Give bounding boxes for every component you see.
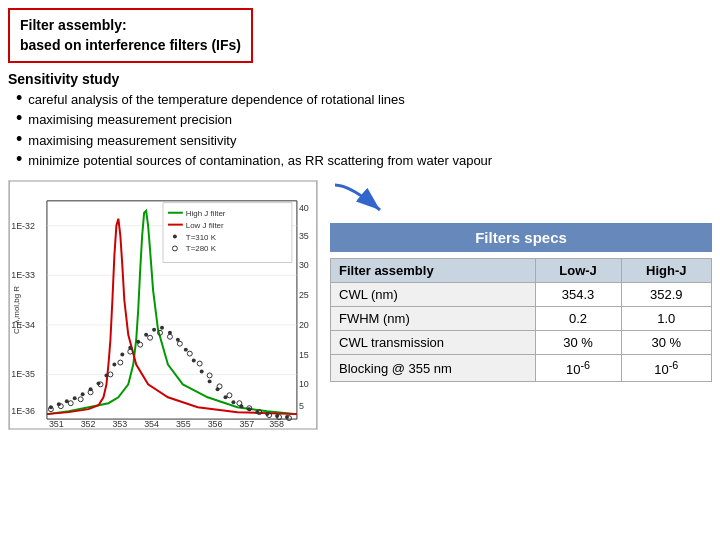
svg-text:352: 352 [81,419,96,429]
title-line2: based on interference filters (IFs) [20,36,241,56]
svg-text:25: 25 [299,290,309,300]
svg-point-43 [144,333,148,337]
svg-point-50 [200,369,204,373]
specs-table-body: CWL (nm) 354.3 352.9 FWHM (nm) 0.2 1.0 C… [331,282,712,381]
bullet-item-2: • maximising measurement precision [16,111,712,129]
title-box: Filter assembly: based on interference f… [8,8,253,63]
svg-text:1E-35: 1E-35 [11,369,35,379]
chart-area: 1E-32 1E-33 1E-34 1E-35 1E-36 40 35 30 2… [8,180,318,430]
specs-table: Filter assembly Low-J High-J CWL (nm) 35… [330,258,712,382]
svg-text:10: 10 [299,379,309,389]
cell-cwl-highj: 352.9 [621,282,711,306]
specs-table-wrapper: Filter assembly Low-J High-J CWL (nm) 35… [330,258,712,382]
bullet-item-3: • maximising measurement sensitivity [16,132,712,150]
cell-cwl-trans-lowj: 30 % [535,330,621,354]
chart-svg: 1E-32 1E-33 1E-34 1E-35 1E-36 40 35 30 2… [9,181,317,429]
table-header-row: Filter assembly Low-J High-J [331,258,712,282]
title-line1: Filter assembly: [20,16,241,36]
bullet-dot-1: • [16,89,22,107]
svg-text:357: 357 [239,419,254,429]
svg-text:1E-33: 1E-33 [11,270,35,280]
sensitivity-title: Sensitivity study [8,71,712,87]
cell-cwl-lowj: 354.3 [535,282,621,306]
bullet-list: • careful analysis of the temperature de… [8,91,712,170]
svg-text:358: 358 [269,419,284,429]
svg-point-34 [73,396,77,400]
cell-cwl-trans-highj: 30 % [621,330,711,354]
svg-text:High J filter: High J filter [186,209,226,218]
arrow-and-specs: Filters specs Filter assembly Low-J High… [330,180,712,382]
row-label-blocking: Blocking @ 355 nm [331,354,536,381]
cell-blocking-lowj: 10-6 [535,354,621,381]
cell-fwhm-highj: 1.0 [621,306,711,330]
filters-specs-label: Filters specs [330,223,712,252]
svg-point-51 [208,379,212,383]
col-header-assembly: Filter assembly [331,258,536,282]
svg-text:351: 351 [49,419,64,429]
bottom-section: 1E-32 1E-33 1E-34 1E-35 1E-36 40 35 30 2… [8,180,712,532]
svg-point-40 [120,353,124,357]
right-panel: Filters specs Filter assembly Low-J High… [330,180,712,382]
svg-text:354: 354 [144,419,159,429]
row-label-fwhm: FWHM (nm) [331,306,536,330]
svg-text:5: 5 [299,401,304,411]
svg-text:1E-32: 1E-32 [11,221,35,231]
row-label-cwl-trans: CWL transmission [331,330,536,354]
sensitivity-section: Sensitivity study • careful analysis of … [8,71,712,172]
table-row: FWHM (nm) 0.2 1.0 [331,306,712,330]
svg-text:C_λ,mol,bg R: C_λ,mol,bg R [12,286,21,334]
svg-text:353: 353 [112,419,127,429]
arrow-svg [330,180,410,216]
bullet-dot-3: • [16,130,22,148]
bullet-text-3: maximising measurement sensitivity [28,132,236,150]
bullet-dot-2: • [16,109,22,127]
svg-text:20: 20 [299,320,309,330]
svg-point-44 [152,328,156,332]
page-container: Filter assembly: based on interference f… [0,0,720,540]
cell-fwhm-lowj: 0.2 [535,306,621,330]
svg-point-54 [231,400,235,404]
svg-text:15: 15 [299,350,309,360]
bullet-text-4: minimize potential sources of contaminat… [28,152,492,170]
svg-point-45 [160,326,164,330]
svg-point-35 [81,392,85,396]
bullet-text-2: maximising measurement precision [28,111,232,129]
svg-text:355: 355 [176,419,191,429]
table-row: CWL (nm) 354.3 352.9 [331,282,712,306]
col-header-lowj: Low-J [535,258,621,282]
row-label-cwl: CWL (nm) [331,282,536,306]
bullet-dot-4: • [16,150,22,168]
bullet-item-4: • minimize potential sources of contamin… [16,152,712,170]
svg-point-49 [192,359,196,363]
col-header-highj: High-J [621,258,711,282]
table-row: CWL transmission 30 % 30 % [331,330,712,354]
bullet-text-1: careful analysis of the temperature depe… [28,91,405,109]
bullet-item-1: • careful analysis of the temperature de… [16,91,712,109]
svg-point-91 [173,235,177,239]
arrow-container [330,180,410,219]
svg-point-48 [184,348,188,352]
table-row: Blocking @ 355 nm 10-6 10-6 [331,354,712,381]
svg-text:1E-36: 1E-36 [11,406,35,416]
svg-text:356: 356 [208,419,223,429]
svg-text:Low J filter: Low J filter [186,221,224,230]
svg-text:35: 35 [299,230,309,240]
svg-point-39 [112,362,116,366]
svg-text:30: 30 [299,260,309,270]
svg-rect-86 [163,203,292,263]
svg-text:T=310 K: T=310 K [186,232,217,241]
svg-text:40: 40 [299,203,309,213]
cell-blocking-highj: 10-6 [621,354,711,381]
svg-text:T=280 K: T=280 K [186,244,217,253]
